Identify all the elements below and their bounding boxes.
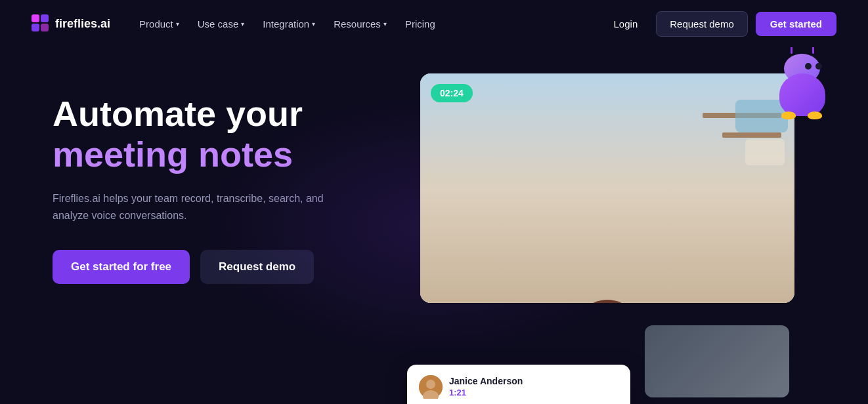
hero-left: Automate your meeting notes Fireflies.ai…	[53, 73, 394, 284]
video-background	[420, 73, 794, 303]
svg-rect-1	[41, 14, 49, 22]
robot-antenna-left	[791, 47, 792, 54]
chat-bubble: Janice Anderson 1:21 I'll send out the m…	[407, 365, 630, 404]
svg-rect-3	[41, 24, 49, 31]
item-shelf	[745, 139, 785, 165]
robot-feet-left	[781, 111, 796, 119]
navbar: fireflies.ai Product ▾ Use case ▾ Integr…	[0, 0, 868, 47]
room-shelf-2	[722, 132, 781, 138]
nav-right: Login Request demo Get started	[603, 11, 836, 37]
chevron-down-icon: ▾	[312, 20, 315, 28]
brand-name: fireflies.ai	[55, 17, 110, 31]
login-button[interactable]: Login	[603, 13, 649, 35]
chat-user-info: Janice Anderson 1:21	[449, 376, 523, 398]
logo[interactable]: fireflies.ai	[32, 14, 110, 33]
request-demo-button[interactable]: Request demo	[656, 11, 748, 37]
hero-section: Automate your meeting notes Fireflies.ai…	[0, 47, 868, 404]
timer-badge: 02:24	[431, 84, 473, 102]
svg-rect-0	[32, 14, 39, 22]
nav-usecase[interactable]: Use case ▾	[190, 13, 253, 35]
robot-antenna-right	[812, 47, 814, 54]
logo-icon	[32, 14, 50, 33]
avatar-image	[419, 375, 443, 399]
chevron-down-icon: ▾	[241, 20, 244, 28]
hero-title: Automate your meeting notes	[53, 93, 394, 174]
robot-eye-right	[815, 63, 822, 70]
robot-eye-left	[805, 63, 812, 70]
nav-product[interactable]: Product ▾	[131, 13, 187, 35]
nav-integration[interactable]: Integration ▾	[255, 13, 323, 35]
svg-rect-2	[32, 24, 39, 31]
chat-header: Janice Anderson 1:21	[419, 375, 618, 399]
video-card: 02:24	[420, 73, 794, 303]
nav-links: Product ▾ Use case ▾ Integration ▾ Resou…	[131, 13, 443, 35]
nav-resources[interactable]: Resources ▾	[326, 13, 395, 35]
small-video-bg	[645, 325, 789, 397]
small-video	[645, 325, 789, 397]
robot-feet-right	[808, 111, 822, 119]
chevron-down-icon: ▾	[383, 20, 387, 28]
hero-right: 02:24	[420, 73, 815, 404]
hero-buttons: Get started for free Request demo	[53, 250, 394, 284]
hero-cta-secondary[interactable]: Request demo	[200, 250, 314, 284]
hero-cta-primary[interactable]: Get started for free	[53, 250, 190, 284]
chevron-down-icon: ▾	[176, 20, 179, 28]
nav-pricing[interactable]: Pricing	[397, 13, 443, 35]
get-started-button[interactable]: Get started	[756, 12, 836, 36]
robot-mascot	[770, 54, 835, 119]
svg-point-5	[426, 380, 435, 389]
robot-body	[779, 73, 825, 116]
nav-left: fireflies.ai Product ▾ Use case ▾ Integr…	[32, 13, 443, 35]
hero-subtitle: Fireflies.ai helps your team record, tra…	[53, 190, 341, 224]
avatar	[419, 375, 443, 399]
